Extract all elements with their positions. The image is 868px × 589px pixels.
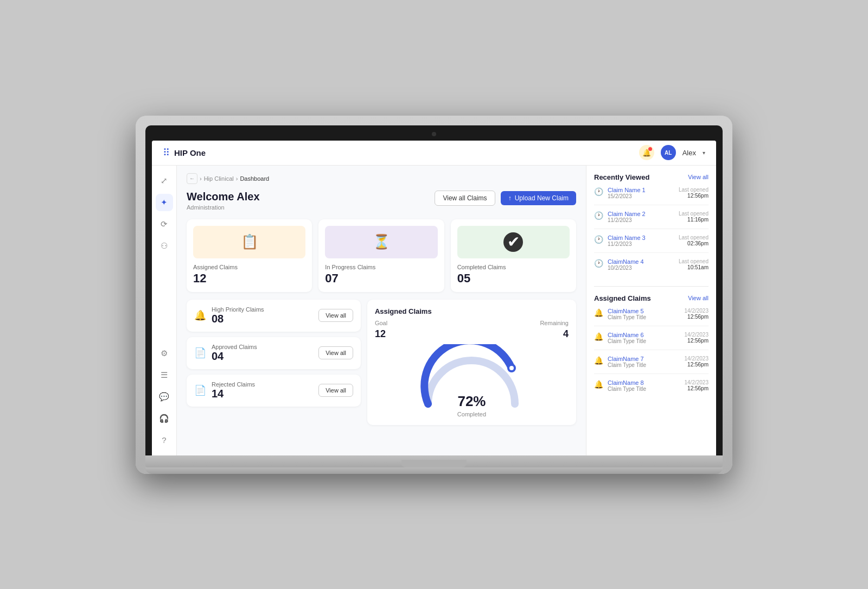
recently-viewed-name-3[interactable]: ClaimName 4 bbox=[608, 258, 674, 265]
rejected-label: Rejected Claims bbox=[212, 381, 255, 388]
assigned-claim-date-0: 14/2/2023 bbox=[685, 308, 709, 314]
top-bar: ⠿ HIP One 🔔 AL Alex ▾ bbox=[152, 141, 716, 166]
logo-icon: ⠿ bbox=[163, 147, 170, 159]
recently-viewed-title: Recently Viewed bbox=[594, 173, 649, 181]
approved-card: 📄 Approved Claims 04 View all bbox=[187, 337, 361, 369]
recently-viewed-time-0: 12:56pm bbox=[679, 193, 709, 199]
app-title: HIP One bbox=[174, 148, 206, 157]
recently-viewed-time-label-3: Last opened bbox=[679, 258, 709, 264]
assigned-claims-title: Assigned Claims bbox=[594, 294, 651, 302]
recently-viewed-time-2: 02:36pm bbox=[679, 240, 709, 246]
chevron-down-icon[interactable]: ▾ bbox=[703, 150, 705, 156]
gauge-goal-value: 12 bbox=[375, 328, 386, 340]
sidebar-item-connect[interactable]: ⟳ bbox=[156, 216, 173, 233]
approved-label: Approved Claims bbox=[212, 344, 257, 350]
assigned-icon-area: 📋 bbox=[193, 226, 305, 258]
recently-viewed-date-0: 15/2/2023 bbox=[608, 193, 674, 199]
progress-icon-area: ⏳ bbox=[325, 226, 437, 258]
gauge-goal-label: Goal bbox=[375, 320, 387, 326]
recently-viewed-date-2: 11/2/2023 bbox=[608, 241, 674, 247]
sidebar-item-nodes[interactable]: ✦ bbox=[156, 194, 173, 211]
rejected-view-all-button[interactable]: View all bbox=[318, 384, 353, 397]
notification-icon[interactable]: 🔔 bbox=[639, 145, 654, 160]
completed-icon-area: ✔ bbox=[457, 226, 570, 258]
assigned-claim-name-2[interactable]: ClaimName 7 bbox=[608, 356, 680, 362]
top-right: 🔔 AL Alex ▾ bbox=[639, 145, 705, 160]
completed-number: 05 bbox=[457, 271, 570, 286]
assigned-claim-date-1: 14/2/2023 bbox=[685, 332, 709, 338]
recently-viewed-view-all[interactable]: View all bbox=[688, 174, 709, 180]
recently-viewed-time-label-2: Last opened bbox=[679, 235, 709, 240]
laptop-bottom bbox=[145, 467, 723, 474]
recently-viewed-name-0[interactable]: Claim Name 1 bbox=[608, 187, 674, 193]
assigned-claim-item-2: 🔔 ClaimName 7 Claim Type Title 14/2/2023… bbox=[594, 356, 709, 374]
svg-point-1 bbox=[509, 366, 514, 370]
assigned-number: 12 bbox=[193, 271, 305, 286]
assigned-claim-sub-3: Claim Type Title bbox=[608, 386, 680, 392]
clock-icon-1: 🕐 bbox=[594, 211, 603, 220]
assigned-claims-section: Assigned Claims View all 🔔 ClaimName 5 C… bbox=[594, 294, 709, 397]
panel-divider bbox=[594, 286, 709, 287]
assigned-claim-date-3: 14/2/2023 bbox=[685, 379, 709, 385]
approved-icon: 📄 bbox=[194, 347, 206, 359]
bell-icon-2: 🔔 bbox=[594, 356, 603, 365]
welcome-title: Welcome Alex bbox=[187, 191, 260, 203]
claim-cards: 🔔 High Priority Claims 08 View all bbox=[187, 300, 361, 425]
assigned-claim-name-1[interactable]: ClaimName 6 bbox=[608, 332, 680, 338]
assigned-claim-item-1: 🔔 ClaimName 6 Claim Type Title 14/2/2023… bbox=[594, 332, 709, 350]
logo-area: ⠿ HIP One bbox=[163, 147, 206, 159]
bell-icon-0: 🔔 bbox=[594, 308, 603, 317]
approved-view-all-button[interactable]: View all bbox=[318, 346, 353, 359]
gauge-remaining-value: 4 bbox=[563, 328, 569, 340]
sidebar-item-users[interactable]: ⚇ bbox=[156, 237, 173, 255]
back-button[interactable]: ← bbox=[187, 173, 197, 184]
avatar: AL bbox=[661, 145, 676, 160]
assigned-icon: 📋 bbox=[241, 233, 258, 250]
bell-icon-1: 🔔 bbox=[594, 332, 603, 341]
view-all-claims-button[interactable]: View all Claims bbox=[435, 191, 495, 206]
recently-viewed-date-1: 11/2/2023 bbox=[608, 217, 674, 223]
assigned-claim-time-2: 12:56pm bbox=[685, 362, 709, 368]
upload-new-claim-button[interactable]: ↑ Upload New Claim bbox=[501, 191, 576, 205]
stat-card-completed: ✔ Completed Claims 05 bbox=[451, 219, 576, 292]
gauge-meta: Goal Remaining bbox=[375, 320, 569, 326]
assigned-claim-item-3: 🔔 ClaimName 8 Claim Type Title 14/2/2023… bbox=[594, 379, 709, 397]
assigned-claim-sub-2: Claim Type Title bbox=[608, 362, 680, 368]
breadcrumb: ← › Hip Clinical › Dashboard bbox=[187, 173, 576, 184]
high-priority-number: 08 bbox=[212, 313, 264, 325]
assigned-claim-sub-0: Claim Type Title bbox=[608, 314, 680, 320]
clock-icon-2: 🕐 bbox=[594, 235, 603, 244]
assigned-label: Assigned Claims bbox=[193, 264, 305, 270]
high-priority-view-all-button[interactable]: View all bbox=[318, 309, 353, 322]
content-area: ← › Hip Clinical › Dashboard Welcome Ale… bbox=[177, 166, 586, 455]
breadcrumb-dashboard: Dashboard bbox=[240, 175, 269, 182]
assigned-claim-name-3[interactable]: ClaimName 8 bbox=[608, 379, 680, 386]
gauge-svg-wrapper: 72% Completed bbox=[375, 344, 569, 417]
sidebar-item-share[interactable]: ⤢ bbox=[156, 172, 173, 189]
recently-viewed-section: Recently Viewed View all 🕐 Claim Name 1 … bbox=[594, 173, 709, 276]
stat-card-progress: ⏳ In Progress Claims 07 bbox=[318, 219, 444, 292]
recently-viewed-name-2[interactable]: Claim Name 3 bbox=[608, 235, 674, 241]
header-actions: View all Claims ↑ Upload New Claim bbox=[435, 191, 576, 206]
progress-icon: ⏳ bbox=[373, 233, 390, 250]
clock-icon-0: 🕐 bbox=[594, 187, 603, 196]
assigned-claim-time-0: 12:56pm bbox=[685, 314, 709, 320]
sidebar-item-chat[interactable]: 💬 bbox=[156, 388, 173, 406]
sidebar-item-document[interactable]: ☰ bbox=[156, 366, 173, 384]
gauge-completed-label: Completed bbox=[457, 411, 486, 417]
sidebar-item-settings[interactable]: ⚙ bbox=[156, 345, 173, 362]
assigned-claim-name-0[interactable]: ClaimName 5 bbox=[608, 308, 680, 314]
completed-icon: ✔ bbox=[503, 232, 523, 252]
page-header: Welcome Alex Administration View all Cla… bbox=[187, 191, 576, 211]
recently-viewed-item-3: 🕐 ClaimName 4 10/2/2023 Last opened 10:5… bbox=[594, 258, 709, 276]
recently-viewed-time-1: 11:16pm bbox=[679, 217, 709, 223]
recently-viewed-item-0: 🕐 Claim Name 1 15/2/2023 Last opened 12:… bbox=[594, 187, 709, 205]
rejected-icon: 📄 bbox=[194, 384, 206, 396]
sidebar-item-headset[interactable]: 🎧 bbox=[156, 410, 173, 427]
assigned-claims-view-all[interactable]: View all bbox=[688, 295, 709, 301]
sidebar: ⤢ ✦ ⟳ ⚇ ⚙ ☰ 💬 🎧 ? bbox=[152, 166, 177, 455]
breadcrumb-hip-clinical[interactable]: Hip Clinical bbox=[204, 175, 234, 182]
recently-viewed-date-3: 10/2/2023 bbox=[608, 265, 674, 271]
recently-viewed-name-1[interactable]: Claim Name 2 bbox=[608, 211, 674, 217]
sidebar-item-help[interactable]: ? bbox=[156, 432, 173, 449]
